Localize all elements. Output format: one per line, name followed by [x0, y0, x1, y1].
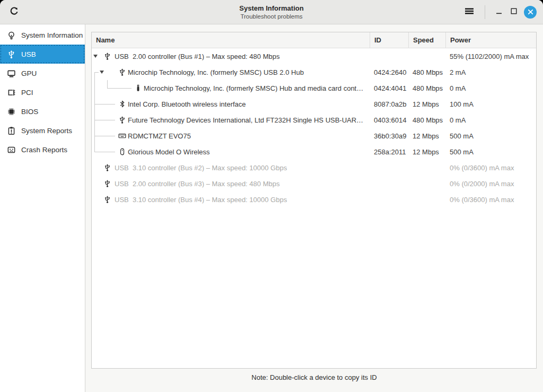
sidebar-item-label: Crash Reports	[21, 146, 67, 154]
menu-button[interactable]	[460, 4, 478, 21]
mouse-icon	[118, 148, 126, 156]
expander-arrow-icon[interactable]	[100, 71, 104, 74]
name-cell: Microchip Technology, Inc. (formerly SMS…	[92, 80, 370, 96]
device-power: 0% (0/3600) mA max	[445, 160, 536, 176]
device-id: 36b0:30a9	[370, 128, 408, 144]
table-row[interactable]: Microchip Technology, Inc. (formerly SMS…	[92, 64, 536, 80]
device-power: 0% (0/3600) mA max	[445, 191, 536, 207]
expander-arrow-icon[interactable]	[93, 55, 98, 58]
sidebar-item-label: USB	[21, 50, 36, 58]
table-row[interactable]: Intel Corp. Bluetooth wireless interface…	[92, 96, 536, 112]
device-id: 8087:0a2b	[370, 96, 408, 112]
usb-icon	[103, 164, 111, 172]
sidebar-item-crash-reports[interactable]: Crash Reports	[0, 140, 85, 159]
usb-icon	[103, 53, 111, 60]
app-window: System Information Troubleshoot problems	[0, 0, 543, 392]
column-header-id[interactable]: ID	[370, 32, 408, 48]
name-cell: Future Technology Devices International,…	[92, 112, 370, 128]
device-name: USB 3.10 controller (Bus #4) – Max speed…	[115, 196, 366, 204]
close-button[interactable]	[521, 4, 539, 21]
device-name: USB 2.00 controller (Bus #3) – Max speed…	[115, 180, 366, 188]
column-header-power[interactable]: Power	[445, 32, 536, 48]
pci-card-icon	[7, 88, 16, 97]
device-name: Intel Corp. Bluetooth wireless interface	[128, 100, 366, 108]
window-title: System Information	[239, 4, 303, 12]
name-cell: Microchip Technology, Inc. (formerly SMS…	[92, 64, 370, 80]
sidebar-item-usb[interactable]: USB	[0, 45, 85, 64]
sidebar-item-label: System Reports	[21, 127, 72, 135]
refresh-button[interactable]	[4, 3, 23, 22]
refresh-icon	[9, 6, 19, 18]
device-name: RDMCTMZT EVO75	[128, 132, 366, 140]
window-title-group: System Information Troubleshoot problems	[239, 4, 303, 20]
titlebar-separator	[485, 5, 485, 19]
name-cell: Glorious Model O Wireless	[92, 144, 370, 160]
lightbulb-icon	[7, 31, 16, 40]
table-row[interactable]: Glorious Model O Wireless258a:201112 Mbp…	[92, 144, 536, 160]
device-power: 0 mA	[445, 112, 536, 128]
table-row[interactable]: Microchip Technology, Inc. (formerly SMS…	[92, 80, 536, 96]
sidebar-item-system-information[interactable]: System Information	[0, 25, 85, 45]
usb-icon	[118, 68, 126, 76]
device-table: NameIDSpeedPower USB 2.00 controller (Bu…	[91, 32, 537, 369]
usb-icon	[7, 50, 16, 59]
tree-line	[94, 144, 95, 152]
device-id	[370, 160, 408, 176]
tree-line	[94, 72, 95, 80]
device-id: 258a:2011	[370, 144, 408, 160]
usb-icon	[118, 116, 126, 124]
device-speed	[408, 160, 445, 176]
maximize-button[interactable]	[506, 4, 521, 20]
sidebar-item-gpu[interactable]: GPU	[0, 64, 85, 83]
device-name: USB 2.00 controller (Bus #1) – Max speed…	[115, 53, 366, 60]
table-row[interactable]: Future Technology Devices International,…	[92, 112, 536, 128]
table-row[interactable]: USB 2.00 controller (Bus #1) – Max speed…	[92, 48, 536, 64]
device-power: 500 mA	[445, 128, 536, 144]
chip-icon	[7, 107, 16, 116]
sidebar-item-system-reports[interactable]: System Reports	[0, 121, 85, 140]
device-power: 0 mA	[445, 80, 536, 96]
usb-icon	[103, 196, 111, 204]
minimize-button[interactable]	[492, 4, 506, 20]
tree-line	[94, 152, 115, 152]
sidebar-item-bios[interactable]: BIOS	[0, 102, 85, 121]
device-power: 100 mA	[445, 96, 536, 112]
name-cell: USB 3.10 controller (Bus #2) – Max speed…	[92, 160, 370, 176]
name-cell: Intel Corp. Bluetooth wireless interface	[92, 96, 370, 112]
column-header-name[interactable]: Name	[92, 32, 370, 48]
name-cell: RDMCTMZT EVO75	[92, 128, 370, 144]
sidebar-item-label: GPU	[21, 69, 37, 77]
device-id	[370, 48, 408, 64]
report-icon	[7, 126, 16, 135]
sidebar-item-label: PCI	[21, 89, 33, 97]
keyboard-icon	[118, 132, 126, 140]
sidebar-item-pci[interactable]: PCI	[0, 83, 85, 102]
column-header-speed[interactable]: Speed	[408, 32, 445, 48]
device-power: 2 mA	[445, 64, 536, 80]
crash-face-icon	[7, 145, 16, 154]
titlebar: System Information Troubleshoot problems	[0, 0, 543, 24]
hamburger-icon	[465, 7, 474, 17]
note-text: Note: Double-click a device to copy its …	[85, 373, 543, 381]
device-name: Future Technology Devices International,…	[128, 116, 366, 124]
table-row[interactable]: RDMCTMZT EVO7536b0:30a912 Mbps500 mA	[92, 128, 536, 144]
usb-stick-icon	[134, 84, 142, 92]
device-speed	[408, 191, 445, 207]
name-cell: USB 2.00 controller (Bus #3) – Max speed…	[92, 176, 370, 191]
device-power: 500 mA	[445, 144, 536, 160]
bluetooth-icon	[118, 100, 126, 108]
sidebar-item-label: System Information	[21, 31, 83, 39]
device-id	[370, 176, 408, 191]
device-speed: 12 Mbps	[408, 128, 445, 144]
name-cell: USB 2.00 controller (Bus #1) – Max speed…	[92, 48, 370, 64]
device-id: 0424:2640	[370, 64, 408, 80]
table-row[interactable]: USB 3.10 controller (Bus #4) – Max speed…	[92, 191, 536, 207]
tree-line	[94, 80, 95, 96]
device-speed: 480 Mbps	[408, 64, 445, 80]
table-row[interactable]: USB 2.00 controller (Bus #3) – Max speed…	[92, 176, 536, 191]
device-name: Glorious Model O Wireless	[128, 148, 366, 156]
device-name: Microchip Technology, Inc. (formerly SMS…	[128, 68, 366, 76]
table-row[interactable]: USB 3.10 controller (Bus #2) – Max speed…	[92, 160, 536, 176]
table-header: NameIDSpeedPower	[92, 32, 536, 48]
tree-line	[107, 88, 132, 89]
